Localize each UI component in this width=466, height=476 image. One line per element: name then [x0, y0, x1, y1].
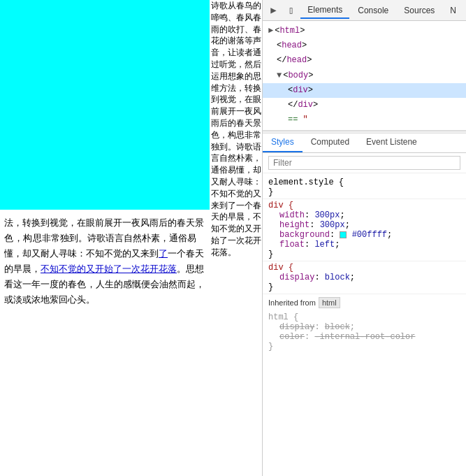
- inherited-prop-color: color: -internal-root-color: [268, 332, 460, 342]
- tab-event-listeners[interactable]: Event Listene: [358, 134, 425, 152]
- dom-tree: ►<html> <head> </head> ▼<body> <div> </d…: [263, 21, 466, 131]
- prop-display: display: block;: [268, 273, 460, 282]
- div-rule-2: div { display: block; }: [263, 261, 466, 294]
- tab-elements[interactable]: Elements: [300, 2, 349, 19]
- side-text-column: 诗歌从春鸟的啼鸣、春风春雨的吹打、春花的谢落等声音，让读者通过听觉，然后运用想象…: [210, 0, 262, 476]
- dom-body: ▼<body>: [263, 68, 466, 83]
- inherited-prop-display: display: block;: [268, 322, 460, 332]
- cyan-box: [0, 0, 210, 210]
- tab-console[interactable]: Console: [351, 3, 395, 18]
- browser-content: 法，转换到视觉，在眼前展开一夜风雨后的春天景色，构思非常独到。诗歌语言自然朴素，…: [0, 0, 262, 476]
- inherited-tag-badge[interactable]: html: [319, 297, 340, 308]
- element-style-rule: element.style { }: [263, 176, 466, 199]
- devtools-panel-tabs: Styles Computed Event Listene: [263, 134, 466, 153]
- prop-float: float: left;: [268, 240, 460, 250]
- dom-html: ►<html>: [263, 24, 466, 38]
- inherited-html-selector: html {: [268, 312, 460, 322]
- div-selector-2: div {: [268, 263, 460, 273]
- element-style-selector: element.style {: [268, 178, 460, 187]
- div-rule-2-close: }: [268, 282, 460, 292]
- devtools-top-toolbar: ▶ ▯ Elements Console Sources N: [263, 0, 466, 21]
- tab-sources[interactable]: Sources: [397, 3, 442, 18]
- inherited-html-close: }: [268, 342, 460, 352]
- devtools-panel: ▶ ▯ Elements Console Sources N ►<html> <…: [262, 0, 466, 476]
- filter-bar: [263, 153, 466, 173]
- element-style-close: }: [268, 187, 460, 197]
- content-area: 法，转换到视觉，在眼前展开一夜风雨后的春天景色，构思非常独到。诗歌语言自然朴素，…: [0, 0, 262, 476]
- div-selector-1: div {: [268, 201, 460, 210]
- inherited-html-rule: html { display: block; color: -internal-…: [263, 311, 466, 353]
- filter-input[interactable]: [268, 156, 460, 170]
- dom-comment: == ": [263, 113, 466, 127]
- inherited-label: Inherited from: [268, 298, 316, 307]
- dom-head-close: </head>: [263, 53, 466, 68]
- tab-computed[interactable]: Computed: [303, 134, 358, 152]
- tab-more[interactable]: N: [443, 3, 463, 18]
- div-rule-1-close: }: [268, 250, 460, 259]
- div-rule-1: div { width: 300px; height: 300px; backg…: [263, 199, 466, 261]
- styles-content: element.style { } div { width: 300px; he…: [263, 173, 466, 476]
- dom-head: <head>: [263, 38, 466, 53]
- prop-background: background: #00ffff;: [268, 230, 460, 240]
- tab-styles[interactable]: Styles: [263, 134, 303, 152]
- prop-width: width: 300px;: [268, 210, 460, 220]
- color-swatch[interactable]: [340, 231, 347, 238]
- dom-div-close: </div>: [263, 98, 466, 113]
- dom-div[interactable]: <div>: [263, 83, 466, 98]
- device-icon[interactable]: ▯: [283, 2, 299, 19]
- inherited-header: Inherited from html: [263, 294, 466, 311]
- prop-height: height: 300px;: [268, 220, 460, 230]
- bottom-paragraph: 法，转换到视觉，在眼前展开一夜风雨后的春天景色，构思非常独到。诗歌语言自然朴素，…: [0, 210, 210, 314]
- inspect-icon[interactable]: ▶: [265, 2, 282, 19]
